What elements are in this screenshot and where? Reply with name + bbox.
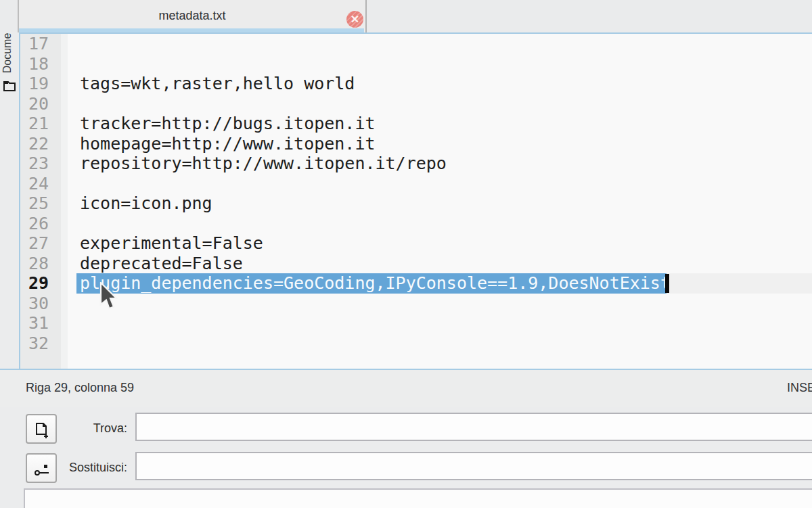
- line-number[interactable]: 32: [20, 333, 49, 354]
- input-mode-status[interactable]: INSE: [787, 381, 812, 395]
- search-options-button[interactable]: [26, 414, 57, 444]
- line-number[interactable]: 28: [20, 254, 49, 274]
- line-number[interactable]: 23: [20, 154, 49, 174]
- line-text: deprecated=False: [80, 254, 243, 274]
- documents-folder-icon: [3, 78, 16, 95]
- kate-text-editor-window: Documenti metadata.txt ✕ 171819tags=wkt,…: [0, 0, 812, 508]
- code-line[interactable]: 25icon=icon.png: [20, 193, 812, 214]
- line-number[interactable]: 25: [20, 193, 49, 214]
- current-line-highlight: [667, 273, 812, 294]
- line-number[interactable]: 20: [20, 94, 49, 114]
- text-caret: [665, 274, 669, 293]
- code-line[interactable]: 31: [20, 313, 812, 333]
- line-text: homepage=http://www.itopen.it: [80, 134, 376, 154]
- line-number[interactable]: 17: [20, 34, 49, 54]
- code-line[interactable]: 30: [20, 294, 812, 314]
- cursor-position-status[interactable]: Riga 29, colonna 59: [26, 381, 134, 395]
- replace-label: Sostituisci:: [60, 461, 127, 475]
- left-toolview-sidebar: Documenti: [0, 0, 19, 369]
- code-line[interactable]: 28deprecated=False: [20, 254, 812, 274]
- text-editor-view[interactable]: 171819tags=wkt,raster,hello world2021tra…: [20, 34, 812, 369]
- line-number[interactable]: 18: [20, 54, 49, 74]
- insert-placeholder-button[interactable]: [26, 453, 57, 483]
- close-icon[interactable]: ✕: [346, 11, 363, 28]
- code-line[interactable]: 26: [20, 214, 812, 234]
- replace-input[interactable]: [135, 452, 812, 480]
- line-text: tags=wkt,raster,hello world: [80, 74, 355, 94]
- code-line[interactable]: 17: [20, 34, 812, 54]
- line-number[interactable]: 29: [20, 273, 49, 294]
- code-line[interactable]: 19tags=wkt,raster,hello world: [20, 74, 812, 94]
- line-text: tracker=http://bugs.itopen.it: [80, 114, 376, 134]
- line-text: plugin_dependencies=GeoCoding,IPyConsole…: [80, 273, 671, 294]
- line-text: icon=icon.png: [80, 193, 212, 214]
- line-number[interactable]: 30: [20, 294, 49, 314]
- code-line[interactable]: 27experimental=False: [20, 233, 812, 254]
- find-label: Trova:: [60, 421, 127, 436]
- line-text: experimental=False: [80, 233, 263, 254]
- code-line[interactable]: 24: [20, 174, 812, 194]
- code-line[interactable]: 21tracker=http://bugs.itopen.it: [20, 114, 812, 134]
- line-number[interactable]: 22: [20, 134, 49, 154]
- tab-metadata-txt[interactable]: metadata.txt ✕: [18, 0, 367, 32]
- line-number[interactable]: 21: [20, 114, 49, 134]
- code-line-current[interactable]: 29plugin_dependencies=GeoCoding,IPyConso…: [20, 273, 812, 294]
- line-number[interactable]: 26: [20, 214, 49, 234]
- code-line[interactable]: 20: [20, 94, 812, 114]
- line-number[interactable]: 24: [20, 174, 49, 194]
- line-number[interactable]: 31: [20, 313, 49, 333]
- code-line[interactable]: 23repository=http://www.itopen.it/repo: [20, 154, 812, 174]
- code-line[interactable]: 18: [20, 54, 812, 74]
- code-line[interactable]: 32: [20, 333, 812, 354]
- tab-label: metadata.txt: [19, 9, 365, 23]
- line-number[interactable]: 19: [20, 74, 49, 94]
- line-text: repository=http://www.itopen.it/repo: [80, 154, 447, 174]
- status-bar: Riga 29, colonna 59 INSE: [0, 370, 812, 407]
- code-line[interactable]: 22homepage=http://www.itopen.it: [20, 134, 812, 154]
- bottom-results-panel: [24, 488, 812, 508]
- find-input[interactable]: [135, 413, 812, 441]
- tab-bar: metadata.txt ✕: [0, 0, 812, 32]
- line-number[interactable]: 27: [20, 233, 49, 254]
